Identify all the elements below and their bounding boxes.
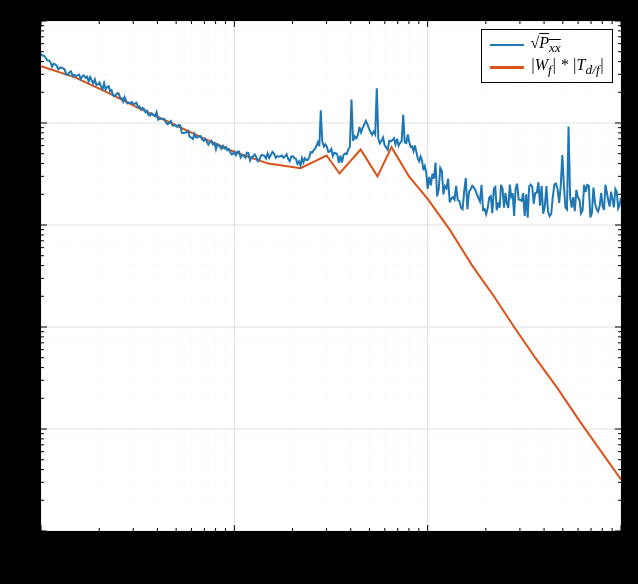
plot-area: √Pxx |Wf| * |Td/f| <box>40 20 622 532</box>
legend-item-wf: |Wf| * |Td/f| <box>490 56 604 78</box>
legend-swatch-wf <box>490 66 524 69</box>
legend-label-wf: |Wf| * |Td/f| <box>530 56 604 78</box>
series-wf-td <box>41 66 621 479</box>
grid <box>41 21 621 531</box>
legend: √Pxx |Wf| * |Td/f| <box>481 29 613 83</box>
chart-canvas <box>41 21 621 531</box>
legend-swatch-pxx <box>490 44 524 47</box>
axis-ticks <box>41 21 621 531</box>
legend-label-pxx: √Pxx <box>530 34 560 56</box>
legend-item-pxx: √Pxx <box>490 34 604 56</box>
